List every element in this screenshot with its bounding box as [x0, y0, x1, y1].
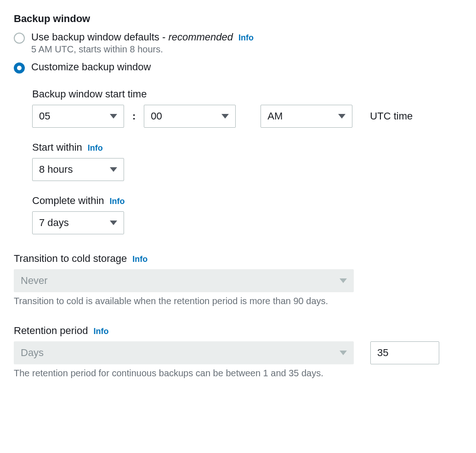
retention-help: The retention period for continuous back… [14, 368, 462, 379]
chevron-down-icon [338, 114, 346, 119]
radio-label-stack: Customize backup window [31, 61, 151, 73]
backup-window-radio-group: Use backup window defaults - recommended… [14, 31, 462, 74]
start-hour-select[interactable]: 05 [32, 105, 124, 128]
complete-within-field: Complete within Info 7 days [32, 195, 462, 234]
defaults-info-link[interactable]: Info [238, 33, 254, 43]
cold-storage-label: Transition to cold storage [14, 253, 127, 265]
time-colon: : [132, 110, 136, 122]
chevron-down-icon [110, 114, 117, 119]
complete-within-select[interactable]: 7 days [32, 211, 124, 234]
start-hour-value: 05 [39, 110, 50, 122]
chevron-down-icon [110, 167, 117, 172]
start-minute-select[interactable]: 00 [144, 105, 236, 128]
retention-value-input[interactable]: 35 [370, 341, 439, 364]
complete-within-value: 7 days [39, 217, 69, 229]
cold-storage-info-link[interactable]: Info [132, 255, 147, 264]
start-within-value: 8 hours [39, 164, 73, 176]
backup-window-section: Backup window Use backup window defaults… [14, 13, 462, 234]
retention-unit-select: Days [14, 341, 354, 364]
start-minute-value: 00 [151, 110, 162, 122]
radio-label-stack: Use backup window defaults - recommended… [31, 31, 254, 55]
start-within-info-link[interactable]: Info [88, 143, 103, 153]
start-within-field: Start within Info 8 hours [32, 142, 462, 181]
customize-controls: Backup window start time 05 : 00 AM UTC … [14, 77, 462, 234]
start-time-field: Backup window start time 05 : 00 AM UTC … [32, 88, 462, 128]
cold-storage-select: Never [14, 269, 354, 292]
utc-time-text: UTC time [370, 110, 413, 122]
radio-customize-label: Customize backup window [31, 61, 151, 73]
radio-option-customize[interactable]: Customize backup window [14, 61, 462, 74]
retention-section: Retention period Info Days 35 The retent… [14, 325, 462, 379]
radio-icon [14, 62, 25, 74]
chevron-down-icon [340, 278, 347, 283]
chevron-down-icon [110, 221, 117, 225]
radio-defaults-sub: 5 AM UTC, starts within 8 hours. [31, 44, 254, 55]
retention-label: Retention period [14, 325, 88, 337]
start-within-label: Start within [32, 142, 82, 153]
retention-info-link[interactable]: Info [93, 327, 108, 336]
chevron-down-icon [340, 351, 347, 355]
radio-defaults-label: Use backup window defaults - recommended [31, 31, 233, 43]
radio-option-defaults[interactable]: Use backup window defaults - recommended… [14, 31, 462, 55]
cold-storage-help: Transition to cold is available when the… [14, 296, 462, 306]
complete-within-info-link[interactable]: Info [110, 197, 125, 206]
chevron-down-icon [221, 114, 229, 119]
cold-storage-section: Transition to cold storage Info Never Tr… [14, 253, 462, 306]
recommended-text: recommended [168, 31, 233, 43]
complete-within-label: Complete within [32, 195, 104, 207]
cold-storage-value: Never [21, 275, 48, 287]
start-ampm-value: AM [267, 110, 283, 122]
backup-window-heading: Backup window [14, 13, 462, 25]
start-within-select[interactable]: 8 hours [32, 158, 124, 181]
retention-value-text: 35 [377, 347, 388, 359]
retention-unit-value: Days [21, 347, 44, 359]
start-time-label: Backup window start time [32, 88, 462, 100]
radio-icon [14, 33, 25, 44]
start-ampm-select[interactable]: AM [261, 105, 352, 128]
